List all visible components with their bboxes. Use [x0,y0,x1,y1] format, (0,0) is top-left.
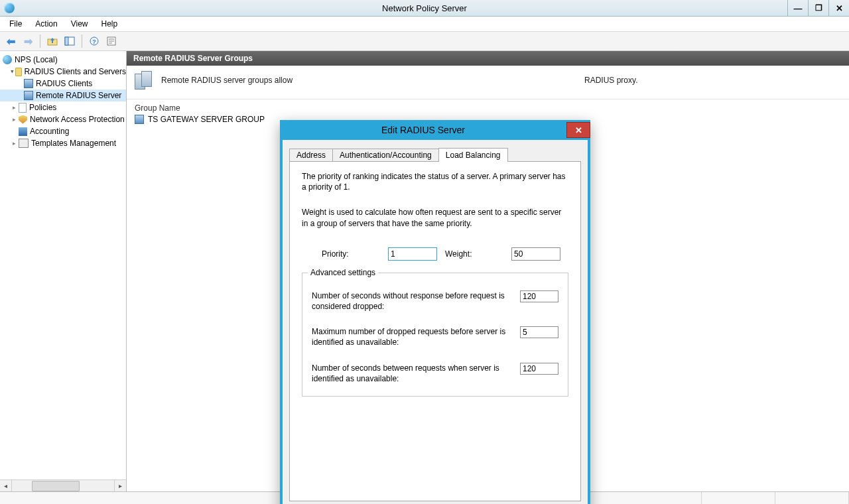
menu-help[interactable]: Help [95,18,125,30]
menu-view[interactable]: View [64,18,95,30]
timeout-label: Number of seconds without response befor… [312,290,520,312]
scroll-left-button[interactable]: ◂ [0,480,12,491]
folder-icon [15,68,21,76]
twisty-collapsed-icon[interactable] [11,116,17,123]
group-name-cell: TS GATEWAY SERVER GROUP [148,115,265,124]
edit-radius-server-dialog: Edit RADIUS Server ✕ Address Authenticat… [280,120,590,504]
tab-page-load-balancing: The priority of ranking indicates the st… [289,161,581,501]
timeout-input[interactable] [520,290,558,302]
tree-label: RADIUS Clients [36,79,92,88]
pane-icon [64,36,75,46]
show-hide-tree-button[interactable] [62,33,78,49]
tree-node-nap[interactable]: Network Access Protection [0,113,126,125]
dialog-close-button[interactable]: ✕ [566,122,590,138]
priority-description: The priority of ranking indicates the st… [302,171,568,192]
server-icon [135,115,144,124]
weight-label: Weight: [445,249,511,259]
svg-text:?: ? [92,38,96,45]
properties-icon [106,36,117,46]
toolbar: ⬅ ➡ ? [0,32,849,51]
help-icon: ? [89,36,99,46]
twisty-collapsed-icon[interactable] [11,104,17,111]
tab-address[interactable]: Address [289,149,333,161]
tab-load-balancing[interactable]: Load Balancing [438,148,508,162]
properties-button[interactable] [103,33,119,49]
window-controls: — ❐ ✕ [787,0,849,16]
window-titlebar: Network Policy Server — ❐ ✕ [0,0,849,17]
advanced-settings-group: Advanced settings Number of seconds with… [302,273,568,397]
server-icon [24,79,33,88]
tree-node-nps-root[interactable]: NPS (Local) [0,54,126,66]
description-text-left: Remote RADIUS server groups allow [161,76,293,85]
forward-button[interactable]: ➡ [20,33,36,49]
nav-tree[interactable]: NPS (Local) RADIUS Clients and Servers R… [0,51,126,479]
document-icon [19,103,27,113]
tree-node-clients-servers[interactable]: RADIUS Clients and Servers [0,66,126,78]
tree-label: RADIUS Clients and Servers [25,67,126,76]
menu-file[interactable]: File [3,18,29,30]
priority-label: Priority: [322,249,388,259]
priority-input[interactable] [388,247,437,261]
minimize-button[interactable]: — [787,0,808,16]
menu-action[interactable]: Action [29,18,64,30]
tree-label: Remote RADIUS Server [36,91,121,100]
maximize-button[interactable]: ❐ [808,0,828,16]
accounting-icon [19,127,27,136]
retry-interval-input[interactable] [520,363,558,375]
tree-node-radius-clients[interactable]: RADIUS Clients [0,78,126,90]
priority-weight-row: Priority: Weight: [322,247,568,261]
group-list-header[interactable]: Group Name [127,99,849,114]
up-folder-icon [47,36,58,46]
dialog-title: Edit RADIUS Server [280,125,566,135]
tree-label: Accounting [30,127,69,136]
section-description: Remote RADIUS server groups allow RADIUS… [127,66,849,99]
servers-icon [135,71,155,90]
scroll-right-button[interactable]: ▸ [114,480,126,491]
retry-interval-label: Number of seconds between requests when … [312,363,520,384]
weight-input[interactable] [511,247,560,261]
toolbar-separator [40,34,40,48]
close-icon: ✕ [575,125,582,135]
twisty-collapsed-icon[interactable] [11,140,17,147]
arrow-left-icon: ⬅ [7,35,15,48]
status-cell-1 [702,492,775,504]
app-icon [4,3,15,13]
work-area: NPS (Local) RADIUS Clients and Servers R… [0,51,849,491]
dialog-body: Address Authentication/Accounting Load B… [283,140,588,504]
max-dropped-input[interactable] [520,326,558,338]
arrow-right-icon: ➡ [24,35,33,48]
shield-icon [19,115,27,124]
description-text-right: RADIUS proxy. [584,76,637,85]
close-window-button[interactable]: ✕ [828,0,849,16]
adv-row-timeout: Number of seconds without response befor… [312,290,558,312]
up-level-button[interactable] [44,33,60,49]
twisty-expanded-icon[interactable] [11,68,14,75]
adv-row-max-dropped: Maximum number of dropped requests befor… [312,326,558,347]
max-dropped-label: Maximum number of dropped requests befor… [312,326,520,347]
tree-horizontal-scrollbar[interactable]: ◂ ▸ [0,479,126,491]
dialog-titlebar[interactable]: Edit RADIUS Server ✕ [280,120,590,140]
tree-node-templates[interactable]: Templates Management [0,137,126,149]
scroll-thumb[interactable] [32,481,80,491]
tab-authentication-accounting[interactable]: Authentication/Accounting [332,149,439,161]
scroll-track[interactable] [12,480,114,491]
dialog-button-row: OK Cancel Apply [289,501,581,504]
templates-icon [19,139,29,148]
server-icon [24,91,33,100]
menubar: File Action View Help [0,17,849,32]
toolbar-separator-2 [82,34,82,48]
section-header: Remote RADIUS Server Groups [127,51,849,66]
back-button[interactable]: ⬅ [3,33,19,49]
tree-label: Network Access Protection [30,115,125,124]
tree-label: Templates Management [31,139,116,148]
tree-label: Policies [29,103,56,112]
globe-icon [3,55,12,64]
advanced-settings-legend: Advanced settings [308,268,378,277]
tree-label: NPS (Local) [15,55,58,64]
status-cell-2 [775,492,849,504]
tree-node-accounting[interactable]: Accounting [0,125,126,137]
weight-description: Weight is used to calculate how often re… [302,207,568,228]
tree-node-remote-groups[interactable]: Remote RADIUS Server [0,90,126,101]
help-button[interactable]: ? [86,33,102,49]
tree-node-policies[interactable]: Policies [0,101,126,113]
